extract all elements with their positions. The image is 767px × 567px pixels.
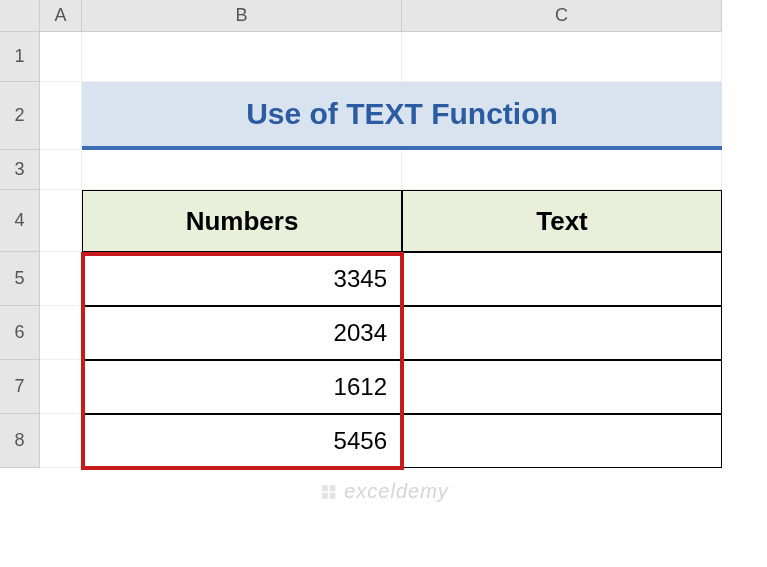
select-all-corner[interactable] [0, 0, 40, 32]
table-header-numbers[interactable]: Numbers [82, 190, 402, 252]
row-header-6[interactable]: 6 [0, 306, 40, 360]
row-header-5[interactable]: 5 [0, 252, 40, 306]
cell-a1[interactable] [40, 32, 82, 82]
row-header-8[interactable]: 8 [0, 414, 40, 468]
cell-b8[interactable]: 5456 [82, 414, 402, 468]
cell-a2[interactable] [40, 82, 82, 150]
cell-b1[interactable] [82, 32, 402, 82]
cell-c3[interactable] [402, 150, 722, 190]
watermark-icon [318, 482, 338, 502]
col-header-c[interactable]: C [402, 0, 722, 32]
cell-b5[interactable]: 3345 [82, 252, 402, 306]
table-header-text[interactable]: Text [402, 190, 722, 252]
row-header-7[interactable]: 7 [0, 360, 40, 414]
cell-c1[interactable] [402, 32, 722, 82]
cell-c5[interactable] [402, 252, 722, 306]
row-header-4[interactable]: 4 [0, 190, 40, 252]
cell-a7[interactable] [40, 360, 82, 414]
cell-c8[interactable] [402, 414, 722, 468]
row-header-1[interactable]: 1 [0, 32, 40, 82]
cell-b7[interactable]: 1612 [82, 360, 402, 414]
watermark: exceldemy [318, 480, 449, 503]
cell-a5[interactable] [40, 252, 82, 306]
spreadsheet-grid: A B C 1 2 Use of TEXT Function 3 4 Numbe… [0, 0, 767, 468]
cell-a3[interactable] [40, 150, 82, 190]
cell-a8[interactable] [40, 414, 82, 468]
row-header-2[interactable]: 2 [0, 82, 40, 150]
cell-b6[interactable]: 2034 [82, 306, 402, 360]
cell-b3[interactable] [82, 150, 402, 190]
row-header-3[interactable]: 3 [0, 150, 40, 190]
cell-a6[interactable] [40, 306, 82, 360]
col-header-a[interactable]: A [40, 0, 82, 32]
title-cell[interactable]: Use of TEXT Function [82, 82, 722, 150]
cell-c7[interactable] [402, 360, 722, 414]
cell-c6[interactable] [402, 306, 722, 360]
cell-a4[interactable] [40, 190, 82, 252]
col-header-b[interactable]: B [82, 0, 402, 32]
watermark-text: exceldemy [344, 480, 449, 503]
